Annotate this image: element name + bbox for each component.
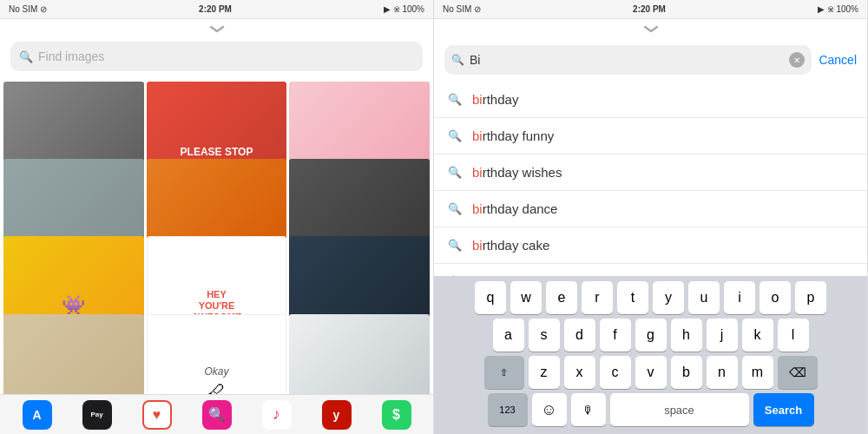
suggestion-item-2[interactable]: 🔍 birthday funny bbox=[434, 118, 867, 155]
key-m[interactable]: m bbox=[742, 356, 773, 389]
suggestion-text-4: birthday dance bbox=[472, 201, 557, 216]
suggestions-list: 🔍 birthday 🔍 birthday funny 🔍 birthday w… bbox=[434, 82, 867, 276]
key-n[interactable]: n bbox=[707, 356, 738, 389]
keyboard-row-3: ⇧ z x c v b n m ⌫ bbox=[437, 356, 864, 389]
gif-cell-11[interactable]: Okay 🖊 bbox=[147, 314, 287, 394]
suggestion-item-4[interactable]: 🔍 birthday dance bbox=[434, 191, 867, 227]
key-z[interactable]: z bbox=[529, 356, 560, 389]
right-search-input[interactable] bbox=[470, 53, 784, 67]
gif-cell-12[interactable] bbox=[289, 314, 430, 394]
cashapp-icon[interactable]: $ bbox=[382, 400, 411, 430]
right-status-right: ▶ ※ 100% bbox=[818, 4, 858, 14]
applepay-icon[interactable]: Pay bbox=[82, 400, 112, 430]
key-j[interactable]: j bbox=[707, 319, 738, 352]
right-status-bar: No SIM ⊘ 2:20 PM ▶ ※ 100% bbox=[434, 0, 867, 19]
suggestion-search-icon-3: 🔍 bbox=[448, 166, 462, 179]
left-status-bar: No SIM ⊘ 2:20 PM ▶ ※ 100% bbox=[0, 0, 433, 19]
left-status-time: 2:20 PM bbox=[199, 4, 232, 14]
keyboard-row-2: a s d f g h j k l bbox=[437, 319, 864, 352]
right-phone-panel: No SIM ⊘ 2:20 PM ▶ ※ 100% 🔍 ✕ Cancel 🔍 b… bbox=[434, 0, 868, 434]
key-g[interactable]: g bbox=[635, 319, 667, 352]
right-search-input-box[interactable]: 🔍 ✕ bbox=[444, 45, 812, 75]
music-icon[interactable]: ♪ bbox=[262, 400, 292, 430]
keyboard-row-4: 123 ☺ 🎙 space Search bbox=[437, 393, 864, 426]
yelp-icon[interactable]: y bbox=[322, 400, 352, 430]
keyboard-row-1: q w e r t y u i o p bbox=[437, 281, 864, 314]
left-search-bar[interactable]: 🔍 bbox=[10, 42, 423, 71]
left-drag-handle bbox=[0, 19, 433, 38]
left-search-container: 🔍 bbox=[0, 38, 433, 78]
appstore-icon[interactable]: A bbox=[23, 400, 52, 430]
left-phone-panel: No SIM ⊘ 2:20 PM ▶ ※ 100% 🔍 Hello from t… bbox=[0, 0, 434, 434]
suggestion-text-5: birthday cake bbox=[472, 238, 549, 253]
gif-label-11: Okay bbox=[204, 365, 228, 378]
right-status-left: No SIM ⊘ bbox=[443, 4, 481, 14]
key-s[interactable]: s bbox=[529, 319, 560, 352]
key-d[interactable]: d bbox=[564, 319, 595, 352]
right-search-icon: 🔍 bbox=[451, 54, 464, 66]
key-p[interactable]: p bbox=[795, 281, 826, 314]
suggestion-search-icon-4: 🔍 bbox=[448, 202, 462, 215]
key-o[interactable]: o bbox=[760, 281, 791, 314]
gif-cell-10[interactable] bbox=[3, 314, 144, 394]
cancel-search-button[interactable]: Cancel bbox=[819, 53, 857, 67]
right-search-active-bar: 🔍 ✕ Cancel bbox=[434, 38, 867, 82]
key-c[interactable]: c bbox=[600, 356, 631, 389]
key-t[interactable]: t bbox=[617, 281, 648, 314]
key-delete[interactable]: ⌫ bbox=[778, 356, 818, 389]
key-r[interactable]: r bbox=[582, 281, 613, 314]
giphy-search-icon[interactable]: 🔍 bbox=[202, 400, 232, 430]
key-b[interactable]: b bbox=[671, 356, 702, 389]
heart-icon[interactable]: ♥ bbox=[142, 400, 172, 430]
key-e[interactable]: e bbox=[546, 281, 577, 314]
key-space[interactable]: space bbox=[610, 393, 749, 426]
suggestion-item-1[interactable]: 🔍 birthday bbox=[434, 82, 867, 118]
search-button[interactable]: Search bbox=[753, 393, 814, 426]
suggestion-search-icon-2: 🔍 bbox=[448, 129, 462, 142]
key-v[interactable]: v bbox=[635, 356, 667, 389]
left-status-right: ▶ ※ 100% bbox=[384, 4, 424, 14]
suggestion-item-3[interactable]: 🔍 birthday wishes bbox=[434, 155, 867, 191]
left-status-left: No SIM ⊘ bbox=[9, 4, 47, 14]
left-search-input[interactable] bbox=[38, 49, 414, 63]
clear-search-button[interactable]: ✕ bbox=[789, 52, 805, 68]
suggestion-text-3: birthday wishes bbox=[472, 165, 562, 180]
left-bottom-toolbar: A Pay ♥ 🔍 ♪ y $ bbox=[0, 394, 433, 434]
left-search-icon: 🔍 bbox=[19, 50, 33, 63]
key-x[interactable]: x bbox=[564, 356, 595, 389]
suggestion-search-icon-1: 🔍 bbox=[448, 93, 462, 106]
gif-grid: Hello from the outside PLEASE STOP 👾 YIP… bbox=[0, 78, 433, 394]
key-u[interactable]: u bbox=[688, 281, 720, 314]
key-123[interactable]: 123 bbox=[488, 393, 528, 426]
key-i[interactable]: i bbox=[724, 281, 755, 314]
suggestion-text-1: birthday bbox=[472, 92, 518, 107]
key-h[interactable]: h bbox=[671, 319, 702, 352]
suggestion-item-5[interactable]: 🔍 birthday cake bbox=[434, 227, 867, 264]
right-drag-handle bbox=[434, 19, 867, 38]
key-w[interactable]: w bbox=[510, 281, 542, 314]
key-y[interactable]: y bbox=[653, 281, 684, 314]
suggestion-text-2: birthday funny bbox=[472, 128, 554, 143]
key-l[interactable]: l bbox=[778, 319, 809, 352]
key-k[interactable]: k bbox=[742, 319, 773, 352]
key-emoji[interactable]: ☺ bbox=[532, 393, 567, 426]
suggestion-search-icon-5: 🔍 bbox=[448, 239, 462, 252]
key-f[interactable]: f bbox=[600, 319, 631, 352]
key-q[interactable]: q bbox=[475, 281, 506, 314]
key-a[interactable]: a bbox=[493, 319, 524, 352]
keyboard: q w e r t y u i o p a s d f g h j k l ⇧ … bbox=[434, 276, 867, 434]
right-status-time: 2:20 PM bbox=[633, 4, 666, 14]
key-shift[interactable]: ⇧ bbox=[484, 356, 524, 389]
key-mic[interactable]: 🎙 bbox=[571, 393, 606, 426]
suggestion-item-6[interactable]: 🔍 big hug bbox=[434, 264, 867, 276]
